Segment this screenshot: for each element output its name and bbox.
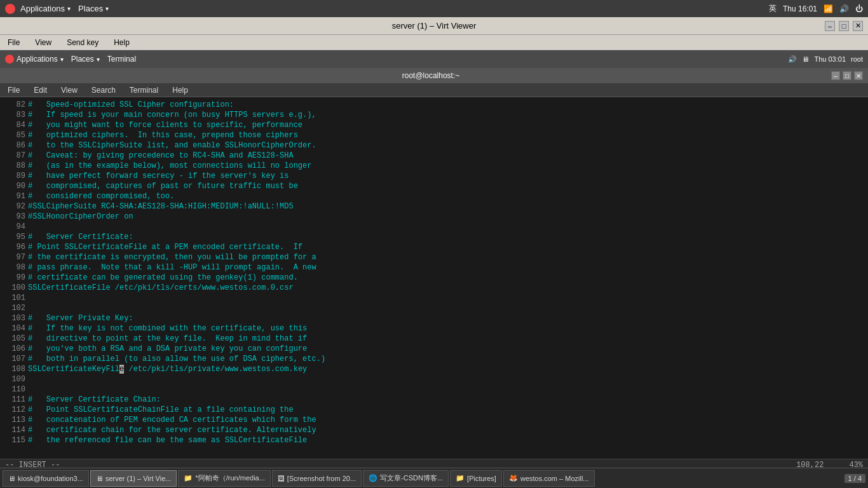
applications-menu[interactable]: Applications [20,4,65,13]
virt-viewer-controls: – □ ✕ [825,21,863,31]
language-selector[interactable]: 英 [769,3,776,14]
system-bar-left: Applications ▾ Places ▾ [5,4,109,14]
sys-task-csdn[interactable]: 🌐 写文章-CSDN博客... [363,470,449,487]
terminal-line: 110 [5,384,863,395]
terminal-container: root@localhost:~ – □ ✕ File Edit View Se… [0,68,868,488]
system-time: Thu 16:01 [783,4,817,13]
guest-places-arrow: ▾ [97,56,100,63]
terminal-line: 100SSLCertificateFile /etc/pki/tls/certs… [5,283,863,293]
term-view-menu[interactable]: View [58,85,80,96]
terminal-line: 89# have perfect forward secrecy - if th… [5,171,863,181]
terminal-line: 115# the referenced file can be the same… [5,435,863,445]
sys-task-kiosk[interactable]: 🖥 kiosk@foundation3... [3,470,89,487]
system-bar: Applications ▾ Places ▾ 英 Thu 16:01 📶 🔊 … [0,0,868,17]
vv-file-menu[interactable]: File [5,37,22,48]
virt-viewer-menubar: File View Send key Help [0,35,868,50]
os-logo [5,4,15,14]
terminal-close-button[interactable]: ✕ [854,71,863,80]
virt-task-label: server (1) – Virt Vie... [105,475,172,482]
terminal-line: 95# Server Certificate: [5,232,863,242]
app-arrow-icon: ▾ [67,5,71,12]
guest-topbar-right: 🔊 🖥 Thu 03:01 root [788,55,863,64]
sys-task-pictures[interactable]: 📁 [Pictures] [450,470,502,487]
term-search-menu[interactable]: Search [89,85,118,96]
virt-viewer-title: server (1) – Virt Viewer [43,21,825,30]
guest-volume-icon[interactable]: 🔊 [788,55,797,64]
sys-task-westos[interactable]: 🦊 westos.com – Mozill... [503,470,595,487]
places-menu[interactable]: Places [78,4,103,13]
terminal-maximize-button[interactable]: □ [843,71,851,80]
terminal-line: 84# you might want to force clients to s… [5,120,863,130]
sys-task-apachi[interactable]: 📁 *阿帕奇（/run/media... [178,470,270,487]
kiosk-task-icon: 🖥 [8,475,15,482]
terminal-line: 103# Server Private Key: [5,313,863,323]
terminal-line: 105# directive to point at the key file.… [5,334,863,344]
system-task-counter: 1 / 4 [844,474,865,483]
terminal-line: 102 [5,303,863,313]
pictures-task-icon: 📁 [456,474,465,482]
close-button[interactable]: ✕ [853,21,863,31]
system-bar-right: 英 Thu 16:01 📶 🔊 ⏻ [769,3,863,14]
terminal-line: 107# both in parallel (to also allow the… [5,354,863,364]
term-file-menu[interactable]: File [5,85,22,96]
vv-sendkey-menu[interactable]: Send key [64,37,101,48]
sys-task-screenshot[interactable]: 🖼 [Screenshot from 20... [272,470,362,487]
kiosk-task-label: kiosk@foundation3... [18,475,83,482]
pictures-task-label: [Pictures] [467,475,496,482]
terminal-line: 93#SSLHonorCipherOrder on [5,212,863,222]
terminal-line: 101 [5,293,863,303]
terminal-titlebar-controls: – □ ✕ [831,71,863,80]
terminal-line: 114# certificate chain for the server ce… [5,425,863,435]
terminal-line: 83# If speed is your main concern (on bu… [5,110,863,120]
terminal-line: 87# Caveat: by giving precedence to RC4-… [5,151,863,161]
guest-screenshot-icon: 🖥 [802,55,809,63]
terminal-minimize-button[interactable]: – [831,71,840,80]
terminal-line: 111# Server Certificate Chain: [5,395,863,405]
terminal-line: 99# certificate can be generated using t… [5,273,863,283]
system-taskbar-right: 1 / 4 [844,474,865,483]
screenshot-task-label: [Screenshot from 20... [287,475,356,482]
westos-task-label: westos.com – Mozill... [520,475,589,482]
guest-applications-menu[interactable]: Applications [17,55,58,64]
screenshot-task-icon: 🖼 [278,475,285,482]
terminal-line: 109 [5,374,863,384]
terminal-line: 108SSLCertificateKeyFile /etc/pki/tls/pr… [5,364,863,374]
minimize-button[interactable]: – [825,21,835,31]
terminal-titlebar: root@localhost:~ – □ ✕ [0,68,868,83]
apachi-task-icon: 📁 [184,474,193,482]
terminal-line: 82# Speed-optimized SSL Cipher configura… [5,100,863,110]
terminal-line: 97# the certificate is encrypted, then y… [5,252,863,262]
system-taskbar: 🖥 kiosk@foundation3... 🖥 server (1) – Vi… [0,468,868,488]
sys-task-virt[interactable]: 🖥 server (1) – Virt Vie... [90,470,177,487]
apachi-task-label: *阿帕奇（/run/media... [195,473,264,483]
virt-task-icon: 🖥 [96,475,103,482]
wifi-icon[interactable]: 📶 [824,4,833,13]
term-help-menu[interactable]: Help [170,85,191,96]
terminal-title: root@localhost:~ [31,71,831,80]
terminal-line: 86# to the SSLCipherSuite list, and enab… [5,140,863,151]
vv-view-menu[interactable]: View [32,37,54,48]
terminal-line: 104# If the key is not combined with the… [5,323,863,334]
power-icon[interactable]: ⏻ [855,4,863,13]
terminal-line: 96# Point SSLCertificateFile at a PEM en… [5,242,863,252]
volume-icon[interactable]: 🔊 [839,4,849,13]
guest-topbar-left: Applications ▾ Places ▾ Terminal [5,55,136,64]
terminal-line: 94 [5,222,863,232]
guest-os-logo [5,55,14,64]
term-edit-menu[interactable]: Edit [31,85,50,96]
virt-viewer-titlebar: server (1) – Virt Viewer – □ ✕ [0,17,868,35]
term-terminal-menu[interactable]: Terminal [127,85,161,96]
vv-help-menu[interactable]: Help [111,37,132,48]
guest-terminal-label[interactable]: Terminal [107,55,136,64]
terminal-line: 85# optimized ciphers. In this case, pre… [5,130,863,140]
guest-app-arrow: ▾ [60,56,64,63]
terminal-line: 91# considered compromised, too. [5,191,863,201]
virt-viewer-window: server (1) – Virt Viewer – □ ✕ File View… [0,17,868,488]
terminal-line: 88# (as in the example below), most conn… [5,161,863,171]
maximize-button[interactable]: □ [839,21,849,31]
guest-user: root [851,55,863,63]
terminal-line: 112# Point SSLCertificateChainFile at a … [5,405,863,415]
terminal-body: 82# Speed-optimized SSL Cipher configura… [0,97,868,459]
terminal-line: 90# compromised, captures of past or fut… [5,181,863,191]
guest-places-menu[interactable]: Places [71,55,94,64]
